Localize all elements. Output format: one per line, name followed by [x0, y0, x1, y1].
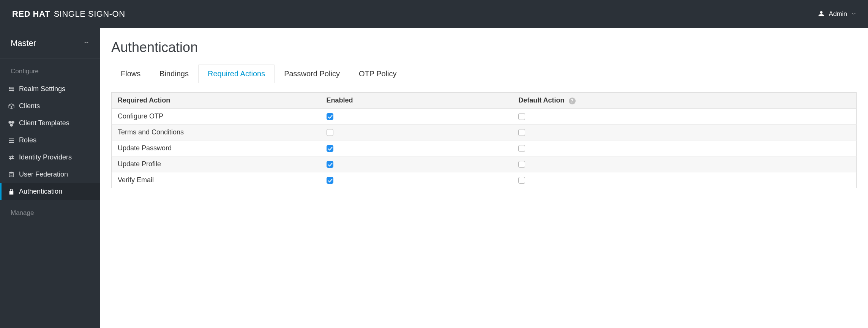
tab-required-actions[interactable]: Required Actions — [198, 65, 275, 83]
enabled-checkbox[interactable] — [327, 129, 333, 136]
col-required-action: Required Action — [112, 93, 320, 109]
chevron-down-icon: ﹀ — [852, 11, 856, 17]
brand-bold: RED HAT — [12, 9, 50, 19]
required-action-name: Update Password — [112, 140, 320, 156]
tabs: Flows Bindings Required Actions Password… — [111, 65, 857, 83]
nav-configure: Realm Settings Clients Client Templates … — [0, 80, 100, 200]
sidebar-item-label: User Federation — [19, 170, 68, 178]
brand: RED HAT SINGLE SIGN-ON — [12, 9, 125, 19]
tab-bindings[interactable]: Bindings — [150, 65, 198, 83]
brand-light: SINGLE SIGN-ON — [54, 9, 125, 19]
sliders-icon — [8, 86, 15, 93]
sidebar-item-authentication[interactable]: Authentication — [0, 183, 100, 200]
default-cell — [512, 125, 856, 140]
cube-icon — [8, 103, 15, 110]
enabled-checkbox[interactable] — [327, 177, 333, 184]
col-enabled: Enabled — [320, 93, 513, 109]
sidebar-item-label: Client Templates — [19, 119, 69, 127]
enabled-cell — [320, 172, 513, 188]
exchange-icon — [8, 154, 15, 161]
user-menu[interactable]: Admin ﹀ — [806, 0, 856, 28]
required-action-name: Verify Email — [112, 172, 320, 188]
default-cell — [512, 172, 856, 188]
list-icon — [8, 137, 15, 144]
cubes-icon — [8, 120, 15, 127]
enabled-cell — [320, 125, 513, 140]
svg-rect-0 — [9, 138, 14, 139]
sidebar-item-roles[interactable]: Roles — [0, 132, 100, 149]
table-row: Update Profile — [112, 156, 857, 172]
table-row: Verify Email — [112, 172, 857, 188]
default-cell — [512, 156, 856, 172]
tab-otp-policy[interactable]: OTP Policy — [349, 65, 406, 83]
default-checkbox[interactable] — [518, 113, 525, 120]
col-default-action-label: Default Action — [518, 96, 564, 104]
svg-rect-2 — [9, 142, 14, 142]
sidebar: Master ﹀ Configure Realm Settings Client… — [0, 28, 100, 328]
help-icon[interactable]: ? — [569, 98, 576, 104]
sidebar-item-realm-settings[interactable]: Realm Settings — [0, 80, 100, 98]
required-action-name: Terms and Conditions — [112, 125, 320, 140]
enabled-cell — [320, 156, 513, 172]
topbar: RED HAT SINGLE SIGN-ON Admin ﹀ — [0, 0, 868, 28]
required-action-name: Update Profile — [112, 156, 320, 172]
enabled-cell — [320, 140, 513, 156]
realm-selector[interactable]: Master ﹀ — [0, 28, 100, 58]
main-content: Authentication Flows Bindings Required A… — [100, 28, 868, 328]
sidebar-item-identity-providers[interactable]: Identity Providers — [0, 149, 100, 166]
default-checkbox[interactable] — [518, 177, 525, 184]
database-icon — [8, 171, 15, 178]
enabled-checkbox[interactable] — [327, 161, 333, 168]
section-label-manage: Manage — [0, 200, 100, 222]
default-checkbox[interactable] — [518, 145, 525, 152]
enabled-checkbox[interactable] — [327, 113, 333, 120]
tab-password-policy[interactable]: Password Policy — [275, 65, 349, 83]
chevron-down-icon: ﹀ — [84, 40, 89, 47]
table-row: Terms and Conditions — [112, 125, 857, 140]
required-action-name: Configure OTP — [112, 109, 320, 125]
page-title: Authentication — [111, 39, 857, 55]
svg-point-3 — [9, 172, 14, 173]
table-row: Update Password — [112, 140, 857, 156]
sidebar-item-user-federation[interactable]: User Federation — [0, 166, 100, 183]
realm-name: Master — [11, 38, 36, 48]
sidebar-item-label: Identity Providers — [19, 153, 72, 161]
enabled-cell — [320, 109, 513, 125]
user-icon — [818, 11, 824, 18]
lock-icon — [8, 188, 15, 195]
sidebar-item-client-templates[interactable]: Client Templates — [0, 115, 100, 132]
sidebar-item-label: Authentication — [19, 188, 62, 196]
col-default-action: Default Action ? — [512, 93, 856, 109]
default-cell — [512, 140, 856, 156]
default-checkbox[interactable] — [518, 161, 525, 168]
sidebar-item-label: Realm Settings — [19, 85, 65, 93]
section-label-configure: Configure — [0, 58, 100, 80]
sidebar-item-clients[interactable]: Clients — [0, 98, 100, 115]
tab-flows[interactable]: Flows — [111, 65, 150, 83]
user-name: Admin — [829, 10, 847, 18]
table-row: Configure OTP — [112, 109, 857, 125]
svg-rect-1 — [9, 140, 14, 141]
sidebar-item-label: Roles — [19, 136, 36, 144]
required-actions-table: Required Action Enabled Default Action ?… — [111, 92, 857, 188]
sidebar-item-label: Clients — [19, 102, 40, 110]
default-cell — [512, 109, 856, 125]
enabled-checkbox[interactable] — [327, 145, 333, 152]
default-checkbox[interactable] — [518, 129, 525, 136]
